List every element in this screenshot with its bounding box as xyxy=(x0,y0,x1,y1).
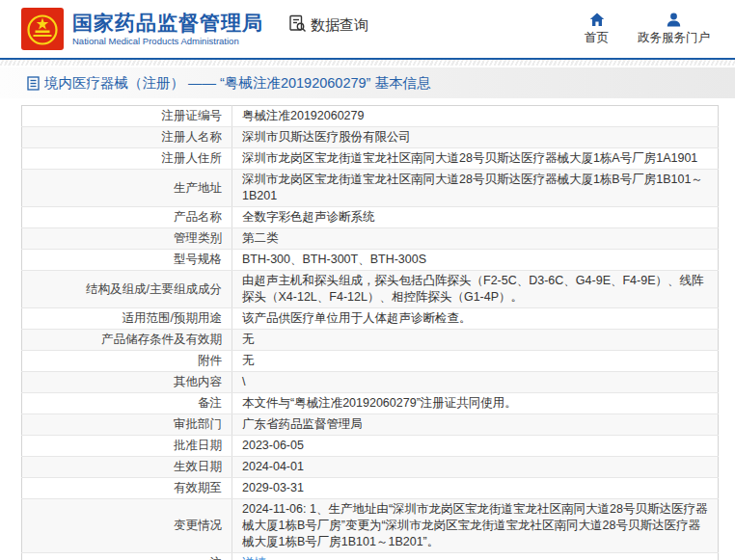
data-query-tab[interactable]: 数据查询 xyxy=(288,14,368,36)
field-label: 审批部门 xyxy=(22,414,232,436)
agency-name-zh: 国家药品监督管理局 xyxy=(72,12,263,35)
table-row: 批准日期2023-06-05 xyxy=(22,436,719,457)
registration-info-table: 注册证编号粤械注准20192060279注册人名称深圳市贝斯达医疗股份有限公司注… xyxy=(21,105,719,560)
table-row: 型号规格BTH-300、BTH-300T、BTH-300S xyxy=(22,250,719,271)
data-query-icon xyxy=(288,14,307,36)
field-value: \ xyxy=(232,372,719,393)
nav-home-label: 首页 xyxy=(585,30,609,46)
field-label: 备注 xyxy=(22,393,232,414)
nav-gov-portal-label: 政务服务门户 xyxy=(638,30,710,46)
data-query-label: 数据查询 xyxy=(311,16,368,35)
field-value: 该产品供医疗单位用于人体超声诊断检查。 xyxy=(232,308,719,330)
top-nav: 首页 政务服务门户 xyxy=(585,13,714,46)
nav-home[interactable]: 首页 xyxy=(585,13,609,46)
field-value: 详情 xyxy=(232,553,719,560)
page: 国家药品监督管理局 National Medical Products Admi… xyxy=(0,0,735,560)
table-row: 变更情况2024-11-06: 1、生产地址由“深圳市龙岗区宝龙街道宝龙社区南同… xyxy=(22,499,719,553)
table-row: ●注详情 xyxy=(22,553,719,560)
field-label: 注册证编号 xyxy=(22,106,232,127)
nmpa-emblem-logo xyxy=(21,8,64,50)
table-row: 注册人名称深圳市贝斯达医疗股份有限公司 xyxy=(22,127,719,148)
brand[interactable]: 国家药品监督管理局 National Medical Products Admi… xyxy=(21,8,263,50)
table-row: 备注本文件与“粤械注准20192060279”注册证共同使用。 xyxy=(22,393,719,414)
field-value: 粤械注准20192060279 xyxy=(232,106,719,127)
table-row: 注册人住所深圳市龙岗区宝龙街道宝龙社区南同大道28号贝斯达医疗器械大厦1栋A号厂… xyxy=(22,148,719,170)
table-row: 其他内容\ xyxy=(22,372,719,393)
field-label: 注册人住所 xyxy=(22,148,232,170)
field-value: 深圳市贝斯达医疗股份有限公司 xyxy=(232,127,719,148)
table-row: 审批部门广东省药品监督管理局 xyxy=(22,414,719,436)
field-value: 第二类 xyxy=(232,228,719,250)
field-label: 适用范围/预期用途 xyxy=(22,308,232,330)
details-link[interactable]: 详情 xyxy=(242,556,266,560)
field-label: 产品名称 xyxy=(22,207,232,228)
field-label: 附件 xyxy=(22,351,232,372)
field-label: 其他内容 xyxy=(22,372,232,393)
field-value: 2023-06-05 xyxy=(232,436,719,457)
table-row: 附件无 xyxy=(22,351,719,372)
field-label: 生产地址 xyxy=(22,170,232,207)
table-row: 管理类别第二类 xyxy=(22,228,719,250)
field-label: 有效期至 xyxy=(22,478,232,499)
field-value: 本文件与“粤械注准20192060279”注册证共同使用。 xyxy=(232,393,719,414)
field-value: 2029-03-31 xyxy=(232,478,719,499)
divider-texture xyxy=(0,60,735,66)
table-row: 注册证编号粤械注准20192060279 xyxy=(22,106,719,127)
table-row: 产品储存条件及有效期无 xyxy=(22,330,719,351)
field-label: 生效日期 xyxy=(22,457,232,478)
field-label: 批准日期 xyxy=(22,436,232,457)
table-row: 生产地址深圳市龙岗区宝龙街道宝龙社区南同大道28号贝斯达医疗器械大厦1栋B号厂房… xyxy=(22,170,719,207)
field-value: 深圳市龙岗区宝龙街道宝龙社区南同大道28号贝斯达医疗器械大厦1栋B号厂房1B10… xyxy=(232,170,719,207)
page-title-bar: 境内医疗器械（注册） —— “粤械注准20192060279” 基本信息 xyxy=(0,67,735,98)
document-icon xyxy=(27,76,40,91)
page-title: 境内医疗器械（注册） —— “粤械注准20192060279” 基本信息 xyxy=(44,74,430,93)
field-value: 2024-11-06: 1、生产地址由“深圳市龙岗区宝龙街道宝龙社区南同大道28… xyxy=(232,499,719,553)
field-value: 无 xyxy=(232,330,719,351)
field-label: ●注 xyxy=(22,553,232,560)
field-value: 广东省药品监督管理局 xyxy=(232,414,719,436)
field-label: 管理类别 xyxy=(22,228,232,250)
field-value: 由超声主机和探头组成，探头包括凸阵探头（F2-5C、D3-6C、G4-9E、F4… xyxy=(232,271,719,308)
table-row: 产品名称全数字彩色超声诊断系统 xyxy=(22,207,719,228)
field-value: 2024-04-01 xyxy=(232,457,719,478)
agency-name-en: National Medical Products Administration xyxy=(72,35,263,47)
user-icon xyxy=(667,13,681,27)
field-value: 全数字彩色超声诊断系统 xyxy=(232,207,719,228)
field-label: 注册人名称 xyxy=(22,127,232,148)
note-icon: ● xyxy=(202,555,208,560)
site-header: 国家药品监督管理局 National Medical Products Admi… xyxy=(0,0,735,60)
content-area: 注册证编号粤械注准20192060279注册人名称深圳市贝斯达医疗股份有限公司注… xyxy=(0,98,735,560)
brand-text: 国家药品监督管理局 National Medical Products Admi… xyxy=(72,12,263,47)
field-label: 变更情况 xyxy=(22,499,232,553)
home-icon xyxy=(589,13,605,27)
table-row: 生效日期2024-04-01 xyxy=(22,457,719,478)
field-value: BTH-300、BTH-300T、BTH-300S xyxy=(232,250,719,271)
table-row: 结构及组成/主要组成成分由超声主机和探头组成，探头包括凸阵探头（F2-5C、D3… xyxy=(22,271,719,308)
field-label: 产品储存条件及有效期 xyxy=(22,330,232,351)
field-value: 无 xyxy=(232,351,719,372)
table-row: 适用范围/预期用途该产品供医疗单位用于人体超声诊断检查。 xyxy=(22,308,719,330)
nav-gov-portal[interactable]: 政务服务门户 xyxy=(638,13,710,46)
field-label: 结构及组成/主要组成成分 xyxy=(22,271,232,308)
table-row: 有效期至2029-03-31 xyxy=(22,478,719,499)
field-value: 深圳市龙岗区宝龙街道宝龙社区南同大道28号贝斯达医疗器械大厦1栋A号厂房1A19… xyxy=(232,148,719,170)
field-label: 型号规格 xyxy=(22,250,232,271)
